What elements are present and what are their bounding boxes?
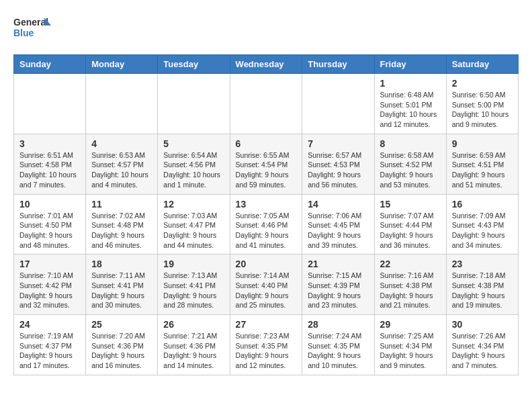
day-info: Sunrise: 7:06 AM Sunset: 4:45 PM Dayligh… <box>308 211 368 250</box>
day-cell <box>302 74 374 134</box>
week-row-4: 17Sunrise: 7:10 AM Sunset: 4:42 PM Dayli… <box>14 255 519 315</box>
day-cell: 2Sunrise: 6:50 AM Sunset: 5:00 PM Daylig… <box>446 74 518 134</box>
day-cell: 26Sunrise: 7:21 AM Sunset: 4:36 PM Dayli… <box>158 315 230 375</box>
day-info: Sunrise: 7:26 AM Sunset: 4:34 PM Dayligh… <box>452 331 513 371</box>
day-number: 1 <box>380 78 441 89</box>
day-info: Sunrise: 7:07 AM Sunset: 4:44 PM Dayligh… <box>380 211 441 250</box>
day-cell: 19Sunrise: 7:13 AM Sunset: 4:41 PM Dayli… <box>158 255 230 315</box>
day-cell: 22Sunrise: 7:16 AM Sunset: 4:38 PM Dayli… <box>374 255 446 315</box>
weekday-header-sunday: Sunday <box>14 55 86 74</box>
day-cell: 1Sunrise: 6:48 AM Sunset: 5:01 PM Daylig… <box>374 74 446 134</box>
day-number: 10 <box>19 199 80 210</box>
day-cell: 29Sunrise: 7:25 AM Sunset: 4:34 PM Dayli… <box>374 315 446 375</box>
weekday-header-monday: Monday <box>86 55 158 74</box>
day-info: Sunrise: 7:18 AM Sunset: 4:38 PM Dayligh… <box>452 271 513 310</box>
day-cell: 18Sunrise: 7:11 AM Sunset: 4:41 PM Dayli… <box>86 255 158 315</box>
day-number: 21 <box>308 259 368 269</box>
day-number: 25 <box>91 319 152 330</box>
day-info: Sunrise: 6:48 AM Sunset: 5:01 PM Dayligh… <box>380 90 441 130</box>
day-info: Sunrise: 6:59 AM Sunset: 4:51 PM Dayligh… <box>452 150 513 190</box>
day-number: 18 <box>91 259 152 269</box>
day-info: Sunrise: 6:54 AM Sunset: 4:56 PM Dayligh… <box>163 150 224 190</box>
day-cell: 9Sunrise: 6:59 AM Sunset: 4:51 PM Daylig… <box>446 134 518 194</box>
day-number: 29 <box>380 319 441 330</box>
day-number: 26 <box>163 319 224 330</box>
day-number: 5 <box>163 138 224 149</box>
day-cell: 21Sunrise: 7:15 AM Sunset: 4:39 PM Dayli… <box>302 255 374 315</box>
day-number: 14 <box>308 199 368 210</box>
day-cell: 20Sunrise: 7:14 AM Sunset: 4:40 PM Dayli… <box>230 255 302 315</box>
day-number: 15 <box>380 199 441 210</box>
day-number: 6 <box>236 138 297 149</box>
day-cell: 11Sunrise: 7:02 AM Sunset: 4:48 PM Dayli… <box>86 194 158 255</box>
day-number: 3 <box>19 138 80 149</box>
weekday-header-friday: Friday <box>374 55 446 74</box>
day-cell <box>230 74 302 134</box>
day-info: Sunrise: 7:13 AM Sunset: 4:41 PM Dayligh… <box>163 271 224 310</box>
day-number: 19 <box>163 259 224 269</box>
day-cell: 10Sunrise: 7:01 AM Sunset: 4:50 PM Dayli… <box>14 194 86 255</box>
day-cell: 24Sunrise: 7:19 AM Sunset: 4:37 PM Dayli… <box>14 315 86 375</box>
logo: GeneralBlue <box>13 13 54 44</box>
day-cell: 30Sunrise: 7:26 AM Sunset: 4:34 PM Dayli… <box>446 315 518 375</box>
day-info: Sunrise: 6:50 AM Sunset: 5:00 PM Dayligh… <box>452 90 513 130</box>
week-row-3: 10Sunrise: 7:01 AM Sunset: 4:50 PM Dayli… <box>14 194 519 255</box>
calendar-table: SundayMondayTuesdayWednesdayThursdayFrid… <box>13 54 519 375</box>
week-row-5: 24Sunrise: 7:19 AM Sunset: 4:37 PM Dayli… <box>14 315 519 375</box>
day-info: Sunrise: 7:14 AM Sunset: 4:40 PM Dayligh… <box>236 271 297 310</box>
day-number: 13 <box>236 199 297 210</box>
weekday-header-thursday: Thursday <box>302 55 374 74</box>
day-info: Sunrise: 6:57 AM Sunset: 4:53 PM Dayligh… <box>308 150 368 190</box>
day-cell: 8Sunrise: 6:58 AM Sunset: 4:52 PM Daylig… <box>374 134 446 194</box>
day-info: Sunrise: 7:19 AM Sunset: 4:37 PM Dayligh… <box>19 331 80 371</box>
day-number: 11 <box>91 199 152 210</box>
day-cell: 15Sunrise: 7:07 AM Sunset: 4:44 PM Dayli… <box>374 194 446 255</box>
day-info: Sunrise: 7:20 AM Sunset: 4:36 PM Dayligh… <box>91 331 152 371</box>
day-cell: 12Sunrise: 7:03 AM Sunset: 4:47 PM Dayli… <box>158 194 230 255</box>
day-number: 27 <box>236 319 297 330</box>
svg-text:General: General <box>13 17 48 28</box>
day-cell: 23Sunrise: 7:18 AM Sunset: 4:38 PM Dayli… <box>446 255 518 315</box>
day-info: Sunrise: 7:03 AM Sunset: 4:47 PM Dayligh… <box>163 211 224 250</box>
weekday-header-wednesday: Wednesday <box>230 55 302 74</box>
day-number: 12 <box>163 199 224 210</box>
day-number: 17 <box>19 259 80 269</box>
day-info: Sunrise: 7:24 AM Sunset: 4:35 PM Dayligh… <box>308 331 368 371</box>
header: GeneralBlue <box>13 13 519 44</box>
day-cell: 6Sunrise: 6:55 AM Sunset: 4:54 PM Daylig… <box>230 134 302 194</box>
weekday-header-row: SundayMondayTuesdayWednesdayThursdayFrid… <box>14 55 519 74</box>
day-number: 16 <box>452 199 513 210</box>
day-info: Sunrise: 6:58 AM Sunset: 4:52 PM Dayligh… <box>380 150 441 190</box>
day-info: Sunrise: 7:02 AM Sunset: 4:48 PM Dayligh… <box>91 211 152 250</box>
day-number: 9 <box>452 138 513 149</box>
day-info: Sunrise: 7:10 AM Sunset: 4:42 PM Dayligh… <box>19 271 80 310</box>
day-info: Sunrise: 7:01 AM Sunset: 4:50 PM Dayligh… <box>19 211 80 250</box>
weekday-header-saturday: Saturday <box>446 55 518 74</box>
day-cell: 5Sunrise: 6:54 AM Sunset: 4:56 PM Daylig… <box>158 134 230 194</box>
day-cell: 28Sunrise: 7:24 AM Sunset: 4:35 PM Dayli… <box>302 315 374 375</box>
day-info: Sunrise: 7:23 AM Sunset: 4:35 PM Dayligh… <box>236 331 297 371</box>
day-number: 24 <box>19 319 80 330</box>
day-cell: 13Sunrise: 7:05 AM Sunset: 4:46 PM Dayli… <box>230 194 302 255</box>
day-info: Sunrise: 7:15 AM Sunset: 4:39 PM Dayligh… <box>308 271 368 310</box>
day-cell: 17Sunrise: 7:10 AM Sunset: 4:42 PM Dayli… <box>14 255 86 315</box>
day-info: Sunrise: 7:05 AM Sunset: 4:46 PM Dayligh… <box>236 211 297 250</box>
weekday-header-tuesday: Tuesday <box>158 55 230 74</box>
day-cell: 27Sunrise: 7:23 AM Sunset: 4:35 PM Dayli… <box>230 315 302 375</box>
day-number: 30 <box>452 319 513 330</box>
day-cell <box>14 74 86 134</box>
day-number: 28 <box>308 319 368 330</box>
day-info: Sunrise: 6:53 AM Sunset: 4:57 PM Dayligh… <box>91 150 152 190</box>
day-number: 8 <box>380 138 441 149</box>
day-cell: 16Sunrise: 7:09 AM Sunset: 4:43 PM Dayli… <box>446 194 518 255</box>
day-info: Sunrise: 7:25 AM Sunset: 4:34 PM Dayligh… <box>380 331 441 371</box>
day-cell: 14Sunrise: 7:06 AM Sunset: 4:45 PM Dayli… <box>302 194 374 255</box>
day-number: 2 <box>452 78 513 89</box>
day-number: 7 <box>308 138 368 149</box>
day-info: Sunrise: 7:16 AM Sunset: 4:38 PM Dayligh… <box>380 271 441 310</box>
day-number: 23 <box>452 259 513 269</box>
day-info: Sunrise: 6:51 AM Sunset: 4:58 PM Dayligh… <box>19 150 80 190</box>
day-cell: 3Sunrise: 6:51 AM Sunset: 4:58 PM Daylig… <box>14 134 86 194</box>
day-number: 22 <box>380 259 441 269</box>
svg-text:Blue: Blue <box>13 28 34 38</box>
